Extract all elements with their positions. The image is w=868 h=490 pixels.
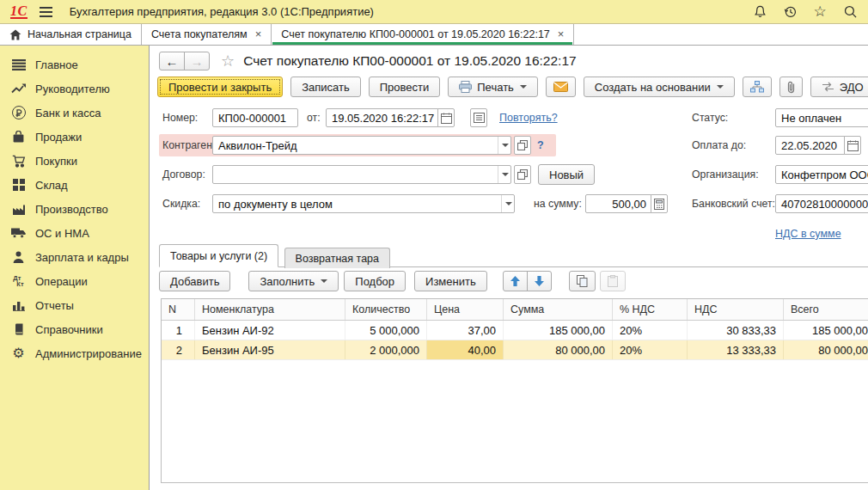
edo-button[interactable]: ЭДО	[810, 77, 868, 97]
status-label: Статус:	[692, 112, 728, 124]
discount-amount-field[interactable]: 500,00	[585, 194, 652, 213]
cell-sum[interactable]: 185 000,00	[504, 321, 613, 340]
post-button[interactable]: Провести	[369, 77, 441, 97]
dropdown-button[interactable]	[498, 137, 510, 154]
close-tab-icon[interactable]: ×	[558, 29, 565, 40]
copy-rows-button[interactable]	[569, 271, 596, 291]
sidebar-item-label: Зарплата и кадры	[35, 251, 129, 264]
cell-sum[interactable]: 80 000,00	[504, 340, 613, 359]
tab-returnable-packaging[interactable]: Возвратная тара	[284, 248, 390, 268]
cell-total[interactable]: 80 000,00	[784, 340, 868, 359]
printer-icon	[459, 81, 472, 93]
cell-vat-rate[interactable]: 20%	[613, 321, 688, 340]
col-header-sum: Сумма	[504, 299, 613, 320]
main-menu-icon[interactable]	[38, 5, 54, 19]
counterparty-field[interactable]: Аквилон-Трейд	[212, 136, 511, 155]
open-item-icon	[517, 140, 528, 150]
sidebar-item-fixed-assets[interactable]: ОС и НМА	[0, 221, 149, 245]
create-based-on-button[interactable]: Создать на основании	[584, 77, 735, 97]
favorite-star-icon[interactable]: ☆	[221, 52, 235, 70]
document-list-button[interactable]	[470, 108, 487, 127]
paste-rows-button[interactable]	[600, 271, 626, 291]
move-row-down-button[interactable]	[527, 271, 552, 291]
vat-in-sum-link[interactable]: НДС в сумме	[775, 228, 841, 240]
sidebar-item-production[interactable]: Производство	[0, 197, 149, 221]
history-icon[interactable]	[782, 4, 798, 20]
sidebar-item-warehouse[interactable]: Склад	[0, 173, 149, 197]
cell-price[interactable]: 37,00	[427, 321, 504, 340]
move-row-up-button[interactable]	[503, 271, 528, 291]
amount-calculator-button[interactable]	[651, 194, 668, 213]
col-header-vat: НДС	[688, 299, 784, 320]
cell-nomenclature[interactable]: Бензин АИ-92	[195, 321, 345, 340]
new-contract-button[interactable]: Новый	[538, 164, 595, 185]
cell-quantity[interactable]: 5 000,000	[345, 321, 427, 340]
fill-button[interactable]: Заполнить	[248, 271, 339, 291]
tab-goods-services[interactable]: Товары и услуги (2)	[159, 244, 278, 267]
discount-select[interactable]: по документу в целом	[212, 194, 515, 213]
date-field[interactable]: 19.05.2020 16:22:17	[326, 108, 439, 127]
attachments-button[interactable]	[779, 77, 803, 97]
table-row[interactable]: 1 Бензин АИ-92 5 000,000 37,00 185 000,0…	[162, 321, 868, 340]
sidebar-item-directories[interactable]: Справочники	[0, 317, 149, 341]
items-table-header: N Номенклатура Количество Цена Сумма % Н…	[162, 299, 868, 321]
send-email-button[interactable]	[546, 77, 576, 97]
ruble-coin-icon	[10, 105, 27, 120]
dropdown-button[interactable]	[498, 166, 510, 183]
close-tab-icon[interactable]: ×	[255, 29, 262, 40]
payment-due-field[interactable]: 22.05.2020	[775, 136, 846, 155]
payment-due-calendar-button[interactable]	[844, 136, 861, 155]
contract-field[interactable]	[212, 165, 511, 184]
sidebar-item-main[interactable]: Главное	[0, 52, 149, 77]
cell-nomenclature[interactable]: Бензин АИ-95	[195, 340, 345, 359]
notifications-bell-icon[interactable]	[752, 4, 767, 20]
status-field[interactable]: Не оплачен	[775, 108, 868, 127]
date-calendar-button[interactable]	[437, 108, 455, 127]
sidebar-item-reports[interactable]: Отчеты	[0, 293, 149, 317]
command-bar: Провести и закрыть Записать Провести Печ…	[157, 77, 868, 97]
cell-price-active[interactable]: 40,00	[427, 340, 504, 359]
tab-home[interactable]: Начальная страница	[0, 24, 142, 45]
save-button[interactable]: Записать	[290, 77, 361, 97]
cell-n[interactable]: 2	[162, 340, 195, 359]
sidebar-item-bank-cash[interactable]: Банк и касса	[0, 101, 149, 125]
post-and-close-button[interactable]: Провести и закрыть	[157, 77, 283, 97]
cell-n[interactable]: 1	[162, 321, 195, 340]
print-button[interactable]: Печать	[448, 77, 538, 97]
sidebar-item-label: Операции	[35, 275, 88, 288]
cell-total[interactable]: 185 000,00	[784, 321, 868, 340]
cell-quantity[interactable]: 2 000,000	[345, 340, 427, 359]
chevron-down-icon	[717, 85, 724, 89]
favorites-star-icon[interactable]: ☆	[812, 4, 828, 20]
sidebar-item-operations[interactable]: ДтКт Операции	[0, 269, 149, 293]
organization-field[interactable]: Конфетпром ООО	[775, 165, 868, 184]
sidebar-item-label: Главное	[35, 58, 78, 71]
search-icon[interactable]	[842, 4, 858, 20]
sidebar-item-purchases[interactable]: Покупки	[0, 149, 149, 173]
contract-open-button[interactable]	[514, 165, 531, 184]
tab-invoice-document[interactable]: Счет покупателю КП00-000001 от 19.05.202…	[272, 24, 574, 45]
cell-vat[interactable]: 30 833,33	[688, 321, 784, 340]
bank-account-field[interactable]: 4070281000000000	[775, 194, 868, 213]
sidebar-item-manager[interactable]: Руководителю	[0, 77, 149, 101]
add-row-button[interactable]: Добавить	[159, 271, 230, 291]
forward-button[interactable]: →	[184, 52, 210, 70]
repeat-link[interactable]: Повторять?	[499, 112, 558, 124]
number-field[interactable]: КП00-000001	[212, 108, 298, 127]
sidebar-item-sales[interactable]: Продажи	[0, 125, 149, 149]
pick-button[interactable]: Подбор	[344, 271, 406, 291]
dropdown-button[interactable]	[501, 195, 514, 212]
table-row-selected[interactable]: 2 Бензин АИ-95 2 000,000 40,00 80 000,00…	[162, 340, 868, 360]
document-structure-button[interactable]	[743, 77, 772, 97]
back-button[interactable]: ←	[159, 52, 185, 70]
edit-row-button[interactable]: Изменить	[414, 271, 487, 291]
counterparty-help-link[interactable]: ?	[537, 139, 544, 151]
counterparty-open-button[interactable]	[514, 136, 531, 155]
cart-icon	[10, 153, 27, 168]
tab-invoices-list[interactable]: Счета покупателям ×	[142, 24, 272, 45]
cell-vat-rate[interactable]: 20%	[613, 340, 688, 359]
cell-vat[interactable]: 13 333,33	[688, 340, 784, 359]
sidebar-item-payroll-hr[interactable]: Зарплата и кадры	[0, 245, 149, 269]
discount-label: Скидка:	[162, 198, 200, 210]
sidebar-item-administration[interactable]: ⚙ Администрирование	[0, 341, 149, 365]
